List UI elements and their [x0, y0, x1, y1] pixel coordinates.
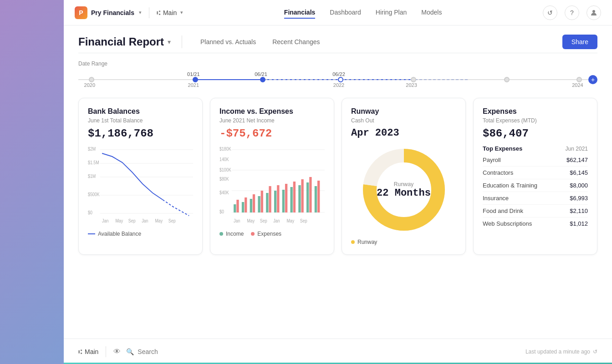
income-vs-expenses-subtitle: June 2021 Net Income: [219, 117, 325, 124]
bottom-workspace-name: Main: [85, 348, 98, 355]
bank-balances-value: $1,186,768: [88, 127, 193, 140]
nav-link-hiring-plan[interactable]: Hiring Plan: [376, 7, 407, 19]
expense-name-contractors: Contractors: [483, 169, 513, 176]
timeline-label-0622: 06/22: [332, 71, 345, 77]
timeline-dot-2023b[interactable]: [504, 77, 510, 82]
app-logo-icon: P: [75, 6, 87, 19]
svg-rect-41: [290, 187, 292, 212]
expenses-value: $86,407: [483, 127, 588, 140]
svg-rect-45: [306, 182, 309, 212]
svg-text:Sep: Sep: [260, 218, 267, 223]
top-navigation: P Pry Financials ▾ ⑆ Main ▾ Financials D…: [64, 0, 612, 25]
svg-text:Jan: Jan: [102, 218, 108, 223]
runway-center-label: Runway: [377, 181, 431, 187]
income-vs-expenses-card: Income vs. Expenses June 2021 Net Income…: [210, 98, 334, 255]
search-input[interactable]: [138, 348, 229, 355]
tab-planned-vs-actuals[interactable]: Planned vs. Actuals: [193, 35, 263, 49]
date-range-section: Date Range 2020 01/21 2021 06/21 06/22: [78, 61, 597, 89]
svg-rect-40: [285, 184, 287, 212]
bank-balances-subtitle: June 1st Total Balance: [88, 117, 193, 124]
runway-center-text: Runway 22 Months: [377, 181, 431, 199]
svg-text:Sep: Sep: [300, 218, 307, 223]
timeline-year-2020: 2020: [84, 82, 95, 88]
legend-line-icon: [88, 233, 95, 234]
timeline-dot-0121[interactable]: 01/21 2021: [193, 77, 198, 82]
timeline-dot-0621[interactable]: 06/21: [260, 77, 265, 82]
nav-link-models[interactable]: Models: [421, 7, 442, 19]
nav-links: Financials Dashboard Hiring Plan Models: [183, 7, 543, 19]
nav-link-financials[interactable]: Financials: [284, 7, 315, 19]
svg-text:$180K: $180K: [219, 146, 231, 152]
svg-text:May: May: [115, 218, 123, 223]
legend-expenses-dot: [251, 232, 255, 236]
timeline-dot-2023[interactable]: 2023: [411, 77, 416, 82]
legend-expenses: Expenses: [251, 231, 281, 237]
date-range-label: Date Range: [78, 61, 597, 67]
workspace-icon: ⑆: [157, 9, 160, 16]
page-title-group: Financial Report ▾: [78, 35, 182, 48]
timeline-dot-2020[interactable]: 2020: [89, 77, 94, 82]
svg-text:140K: 140K: [219, 157, 229, 162]
timeline-add-button[interactable]: +: [588, 75, 597, 84]
refresh-icon[interactable]: ↺: [593, 349, 597, 355]
expenses-subtitle: Total Expenses (MTD): [483, 117, 588, 124]
bottom-search-area: 🔍: [126, 348, 525, 355]
svg-rect-47: [315, 186, 317, 212]
svg-rect-37: [274, 191, 276, 212]
visibility-toggle-button[interactable]: 👁: [113, 348, 121, 356]
svg-rect-31: [250, 199, 252, 212]
svg-rect-44: [301, 179, 303, 212]
bottom-bar: ⑆ Main 👁 🔍 Last updated a minute ago ↺: [64, 339, 612, 364]
search-icon: 🔍: [126, 348, 134, 355]
bottom-divider: [106, 346, 106, 357]
main-content: Financial Report ▾ Planned vs. Actuals R…: [64, 25, 612, 339]
expense-amount-contractors: $6,145: [570, 169, 588, 176]
help-button[interactable]: ?: [565, 5, 579, 20]
svg-rect-33: [258, 196, 260, 212]
timeline-dot-2024[interactable]: 2024: [576, 77, 582, 82]
svg-text:$0: $0: [88, 210, 92, 215]
timeline-label-0621: 06/21: [255, 71, 267, 77]
top-expenses-label: Top Expenses: [483, 145, 522, 152]
page-title: Financial Report: [78, 35, 164, 48]
expenses-card: Expenses Total Expenses (MTD) $86,407 To…: [473, 98, 597, 255]
svg-text:$80K: $80K: [219, 176, 229, 182]
svg-rect-34: [261, 191, 263, 212]
nav-link-dashboard[interactable]: Dashboard: [330, 7, 361, 19]
income-vs-expenses-chart: $180K 140K $100K $80K $40K $0: [219, 145, 325, 227]
runway-subtitle: Cash Out: [351, 117, 456, 124]
svg-text:$100K: $100K: [219, 167, 231, 172]
svg-text:May: May: [247, 218, 255, 223]
bank-balances-title: Bank Balances: [88, 107, 193, 116]
svg-rect-36: [269, 186, 271, 212]
expense-amount-web: $1,012: [570, 220, 588, 227]
date-range-timeline[interactable]: 2020 01/21 2021 06/21 06/22 2022 2023: [78, 71, 597, 89]
page-title-chevron-icon[interactable]: ▾: [168, 38, 171, 46]
svg-point-0: [592, 10, 595, 13]
page-tabs: Planned vs. Actuals Recent Changes: [182, 35, 562, 49]
share-button[interactable]: Share: [562, 35, 597, 49]
workspace-selector[interactable]: ⑆ Main ▾: [157, 9, 183, 16]
bank-balances-chart: $2M $1.5M $1M $500K $0: [88, 145, 193, 227]
timeline-dot-0622[interactable]: 06/22 2022: [338, 77, 343, 82]
nav-divider: [149, 7, 149, 18]
legend-income: Income: [219, 231, 244, 237]
tab-recent-changes[interactable]: Recent Changes: [265, 35, 327, 49]
runway-legend: Runway: [351, 239, 456, 245]
timeline-year-2022: 2022: [333, 82, 344, 88]
legend-runway-dot: [351, 240, 355, 244]
income-vs-expenses-title: Income vs. Expenses: [219, 107, 325, 116]
svg-text:$0: $0: [219, 209, 224, 214]
svg-rect-28: [236, 200, 239, 212]
logo-area[interactable]: P Pry Financials ▾: [75, 6, 142, 19]
history-button[interactable]: ↺: [543, 5, 557, 20]
top-expenses-date: Jun 2021: [566, 146, 588, 152]
app-name: Pry Financials: [91, 9, 134, 16]
expense-amount-insurance: $6,993: [570, 195, 588, 202]
last-updated-text: Last updated a minute ago: [525, 349, 590, 355]
profile-button[interactable]: [586, 5, 601, 20]
legend-available-balance: Available Balance: [88, 231, 141, 237]
page-header: Financial Report ▾ Planned vs. Actuals R…: [78, 35, 597, 53]
svg-text:$1.5M: $1.5M: [88, 160, 99, 165]
svg-text:Jan: Jan: [234, 218, 240, 223]
